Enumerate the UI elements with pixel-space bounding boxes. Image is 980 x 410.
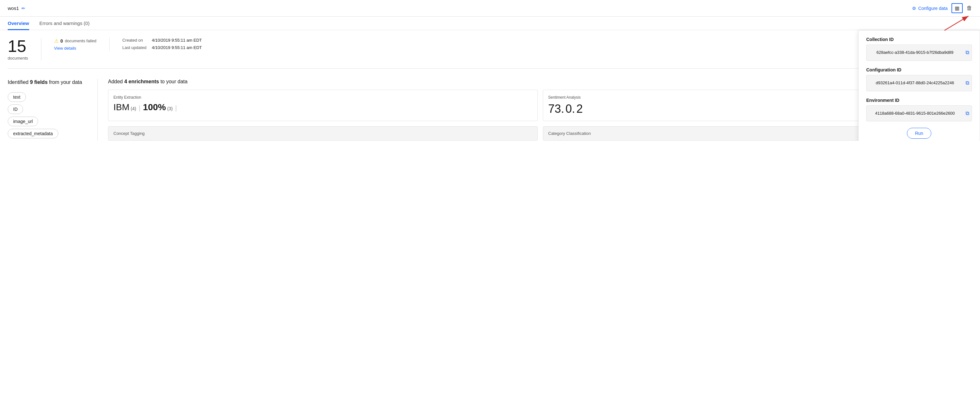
env-id-value: 4118a688-68a0-4831-9615-801e266e2600 xyxy=(875,111,955,116)
env-id-section: Environment ID 4118a688-68a0-4831-9615-8… xyxy=(866,98,972,122)
delete-button[interactable]: 🗑 xyxy=(967,5,972,11)
sentiment-main3: 2 xyxy=(576,102,583,116)
collection-id-value: 628aefcc-a338-41da-9015-b7f26dba9d89 xyxy=(877,50,953,55)
fields-section: Identified 9 fields from your data text … xyxy=(8,79,97,141)
failed-text: documents failed xyxy=(65,38,96,43)
top-bar-right: ⚙ Configure data ▦ 🗑 xyxy=(912,3,972,13)
config-id-title: Configuration ID xyxy=(866,67,972,72)
config-id-section: Configuration ID d93261a4-011d-4f37-88d0… xyxy=(866,67,972,91)
updated-label: Last updated xyxy=(123,45,148,50)
field-pill-image-url: image_url xyxy=(8,117,38,126)
enrichments-title: Added 4 enrichments to your data xyxy=(108,79,972,84)
red-arrow-indicator xyxy=(941,14,973,33)
fields-title: Identified 9 fields from your data xyxy=(8,79,87,86)
doc-label: documents xyxy=(8,56,28,60)
entity-extraction-card: Entity Extraction IBM (4) | 100% (3) | xyxy=(108,90,538,121)
run-button[interactable]: Run xyxy=(907,128,931,139)
app-name: wos1 xyxy=(8,5,19,11)
top-bar: wos1 ✏ ⚙ Configure data ▦ 🗑 xyxy=(0,0,980,17)
view-icon: ▦ xyxy=(955,5,959,11)
field-pill-text: text xyxy=(8,92,26,102)
failed-row: ⚠ 0 documents failed xyxy=(54,38,97,44)
concept-tagging-label: Concept Tagging xyxy=(113,131,145,136)
concept-tagging-card: Concept Tagging xyxy=(108,126,538,141)
entity-sep1: | xyxy=(139,105,140,112)
entity-extraction-value: IBM (4) | 100% (3) | xyxy=(113,102,532,113)
created-date-row: Created on 4/10/2019 9:55:11 am EDT xyxy=(123,38,202,43)
enrichments-grid: Entity Extraction IBM (4) | 100% (3) | S… xyxy=(108,90,972,141)
config-id-box: d93261a4-011d-4f37-88d0-24c4225a2246 ⧉ xyxy=(866,75,972,91)
entity-main2: 100% xyxy=(143,102,166,113)
entity-sub1: (4) xyxy=(131,106,136,111)
warning-icon: ⚠ xyxy=(54,38,59,44)
doc-count-stat: 15 documents xyxy=(8,38,41,60)
tab-overview[interactable]: Overview xyxy=(8,17,29,30)
copy-env-id-button[interactable]: ⧉ xyxy=(966,111,969,116)
configure-data-label: Configure data xyxy=(918,6,948,11)
copy-config-id-button[interactable]: ⧉ xyxy=(966,80,969,86)
sentiment-main2: 0. xyxy=(566,102,575,116)
dates-stat: Created on 4/10/2019 9:55:11 am EDT Last… xyxy=(123,38,202,50)
tab-errors[interactable]: Errors and warnings (0) xyxy=(40,17,90,30)
failed-stat: ⚠ 0 documents failed View details xyxy=(54,38,110,51)
entity-extraction-label: Entity Extraction xyxy=(113,95,532,100)
field-pill-extracted-metadata: extracted_metadata xyxy=(8,129,58,138)
copy-collection-id-button[interactable]: ⧉ xyxy=(966,50,969,56)
failed-count: 0 xyxy=(60,38,63,44)
edit-icon[interactable]: ✏ xyxy=(21,6,25,11)
env-id-box: 4118a688-68a0-4831-9615-801e266e2600 ⧉ xyxy=(866,105,972,122)
stats-row: 15 documents ⚠ 0 documents failed View d… xyxy=(8,38,972,68)
dropdown-panel: Collection ID 628aefcc-a338-41da-9015-b7… xyxy=(858,30,980,141)
entity-main: IBM xyxy=(113,102,129,113)
fields-list: text ID image_url extracted_metadata xyxy=(8,91,87,140)
category-classification-label: Category Classification xyxy=(548,131,591,136)
content-row: Identified 9 fields from your data text … xyxy=(8,79,972,141)
view-toggle-button[interactable]: ▦ xyxy=(951,3,963,13)
top-bar-left: wos1 ✏ xyxy=(8,5,25,11)
configure-data-link[interactable]: ⚙ Configure data xyxy=(912,6,948,11)
doc-number: 15 xyxy=(8,38,26,54)
collection-id-section: Collection ID 628aefcc-a338-41da-9015-b7… xyxy=(866,37,972,61)
enrichments-section: Added 4 enrichments to your data Entity … xyxy=(97,79,972,141)
sentiment-main: 73. xyxy=(548,102,564,116)
created-label: Created on xyxy=(123,38,148,43)
collection-id-title: Collection ID xyxy=(866,37,972,42)
env-id-title: Environment ID xyxy=(866,98,972,103)
view-details-link[interactable]: View details xyxy=(54,46,97,51)
svg-line-1 xyxy=(944,16,969,30)
entity-sub2: (3) xyxy=(167,106,173,111)
gear-icon: ⚙ xyxy=(912,6,916,11)
updated-value: 4/10/2019 9:55:11 am EDT xyxy=(152,45,202,50)
field-pill-id: ID xyxy=(8,105,23,114)
created-value: 4/10/2019 9:55:11 am EDT xyxy=(152,38,202,43)
entity-sep2: | xyxy=(175,105,177,112)
tabs-container: Overview Errors and warnings (0) xyxy=(0,17,980,30)
config-id-value: d93261a4-011d-4f37-88d0-24c4225a2246 xyxy=(876,80,954,85)
collection-id-box: 628aefcc-a338-41da-9015-b7f26dba9d89 ⧉ xyxy=(866,44,972,61)
updated-date-row: Last updated 4/10/2019 9:55:11 am EDT xyxy=(123,45,202,50)
